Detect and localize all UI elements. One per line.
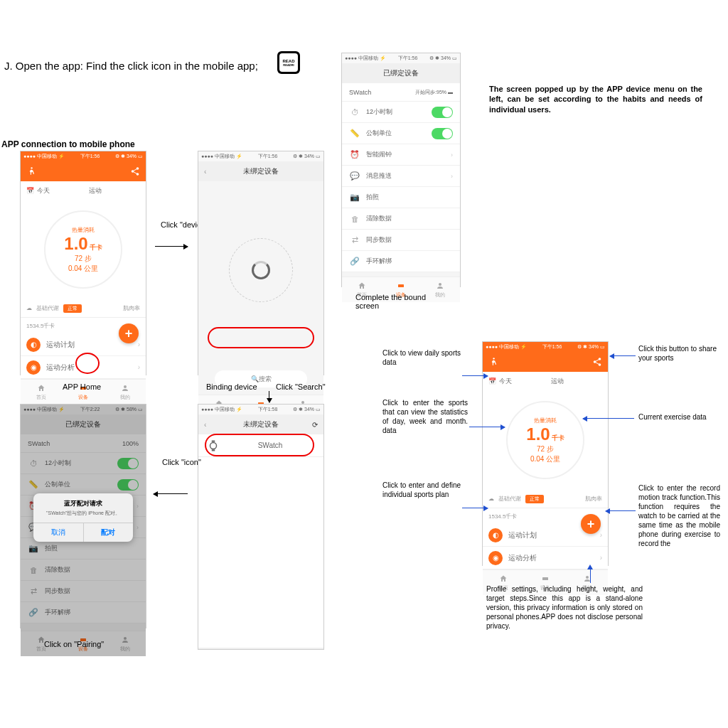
ann-profile: Profile settings, including height, weig…: [486, 584, 643, 631]
bound-header: 已绑定设备: [21, 414, 146, 434]
caption-bound: Complete the bound screen: [355, 293, 441, 310]
svg-point-2: [124, 385, 127, 388]
dial-area: 热量消耗 1.0千卡 72 步 0.04 公里: [483, 390, 608, 490]
ann-current: Current exercise data: [638, 412, 717, 422]
phone-bound: ●●●● 中国移动 ⚡下午1:56⚙ ✱ 34% ▭ 已绑定设备 SWatch开…: [341, 53, 461, 287]
svg-rect-13: [542, 577, 548, 580]
ann-stats: Click to enter the sports that can view …: [382, 398, 468, 435]
pair-button[interactable]: 配对: [84, 523, 134, 542]
cal-label: 热量消耗: [72, 226, 95, 234]
toggle-12h[interactable]: [117, 458, 139, 469]
search-ring: [229, 238, 293, 302]
row-unbind[interactable]: 🔗手环解绑: [342, 251, 460, 272]
svg-point-9: [124, 637, 127, 640]
analysis-row[interactable]: ◉ 运动分析›: [21, 356, 146, 379]
tab-home[interactable]: 首页: [21, 380, 63, 405]
plan-row[interactable]: ◐ 运动计划› +: [21, 333, 146, 356]
analysis-icon: ◉: [26, 360, 41, 375]
arrow-1: [155, 246, 188, 247]
sport-label: 运动: [512, 377, 602, 386]
status-bar: ●●●● 中国移动 ⚡下午1:58⚙ ✱ 34% ▭: [198, 405, 323, 414]
toggle-metric[interactable]: [117, 479, 139, 491]
toggle-12h[interactable]: [432, 107, 453, 118]
phone-app-home: ●●●● 中国移动 ⚡下午1:56⚙ ✱ 34% ▭ 📅 今天 运动 热量消耗 …: [20, 151, 146, 375]
row-push[interactable]: 💬消息推送›: [342, 166, 460, 187]
svg-rect-6: [212, 440, 215, 441]
phone-pairing: ●●●● 中国移动 ⚡下午2:22⚙ ✱ 58% ▭ 已绑定设备 SWatch1…: [20, 404, 146, 628]
sub-header: 📅 今天 运动: [21, 181, 146, 200]
swatch-row[interactable]: SWatch: [198, 434, 323, 457]
exercise-dial[interactable]: 热量消耗 1.0千卡 72 步 0.04 公里: [44, 210, 122, 289]
dial-area: 热量消耗 1.0千卡 72 步 0.04 公里: [21, 200, 146, 299]
blue-arrow-stats: [469, 427, 505, 427]
row-metric[interactable]: 📏公制单位: [21, 474, 146, 496]
row-alarm[interactable]: ⏰智能闹钟›: [342, 144, 460, 166]
row-12h[interactable]: ⏱12小时制: [342, 102, 460, 123]
runner-icon: [488, 357, 498, 367]
exercise-dial[interactable]: 热量消耗 1.0千卡 72 步 0.04 公里: [506, 401, 584, 479]
share-icon[interactable]: [592, 357, 602, 367]
svg-point-5: [210, 442, 217, 449]
read-app-icon: READREADRI: [277, 51, 300, 74]
row-unbind[interactable]: 🔗手环解绑: [21, 602, 146, 623]
caption-app-home: APP Home: [63, 382, 101, 391]
toggle-metric[interactable]: [432, 128, 453, 139]
bluetooth-pairing-popup: 蓝牙配对请求 "SWatch"想与您的 iPhone 配对。 取消 配对: [33, 493, 133, 542]
caption-pairing: Click on "Pairing": [44, 640, 104, 648]
orange-note: The screen popped up by the APP device m…: [489, 84, 702, 114]
bound-header: 已绑定设备: [342, 63, 460, 83]
blue-arrow-profile-head: [587, 564, 593, 569]
fab-add[interactable]: +: [581, 514, 601, 534]
row-clear[interactable]: 🗑清除数据: [342, 208, 460, 230]
svg-point-0: [31, 167, 32, 168]
swatch-sync-row: SWatch开始同步:95% ▬: [342, 83, 460, 102]
svg-point-12: [493, 358, 494, 359]
blue-arrow-record: [606, 510, 636, 511]
ann-daily: Click to view daily sports data: [382, 348, 461, 367]
tab-profile[interactable]: 我的: [104, 631, 146, 656]
sub-header: 📅 今天 运动: [483, 372, 608, 390]
ann-share: Click this button to share your sports: [638, 344, 717, 363]
watch-icon: [207, 439, 220, 452]
today-label[interactable]: 今天: [37, 186, 50, 196]
today-label[interactable]: 今天: [499, 377, 512, 386]
svg-point-14: [586, 576, 589, 579]
swatch-body: SWatch: [198, 434, 323, 648]
fab-add[interactable]: +: [119, 323, 139, 343]
phone-annotated: ●●●● 中国移动 ⚡下午1:56⚙ ✱ 34% ▭ 📅 今天 运动 热量消耗 …: [482, 341, 609, 566]
calendar-icon[interactable]: 📅: [488, 378, 496, 385]
calendar-icon[interactable]: 📅: [26, 187, 34, 194]
blue-arrow-profile-line: [590, 567, 591, 583]
share-icon[interactable]: [130, 166, 140, 176]
blue-arrow-plan: [462, 508, 488, 508]
app-header: [483, 352, 608, 372]
cancel-button[interactable]: 取消: [33, 523, 84, 542]
back-icon[interactable]: ‹: [204, 168, 206, 176]
svg-rect-7: [212, 449, 215, 451]
phone-binding: ●●●● 中国移动 ⚡下午1:56⚙ ✱ 34% ▭ ‹ 未绑定设备 🔍 搜索 …: [198, 151, 324, 375]
arrow-down-search: [269, 391, 269, 402]
popup-title: 蓝牙配对请求: [33, 493, 133, 510]
row-12h[interactable]: ⏱12小时制: [21, 453, 146, 474]
back-icon[interactable]: ‹: [204, 421, 206, 429]
plan-row[interactable]: ◐ 运动计划› +: [483, 524, 608, 547]
row-metric[interactable]: 📏公制单位: [342, 123, 460, 144]
cal-value: 1.0: [64, 234, 87, 254]
metab-row: ☁基础代谢正常肌肉率: [21, 299, 146, 318]
blue-arrow-daily: [462, 375, 488, 376]
bind-header: ‹ 未绑定设备 ⟳: [198, 414, 323, 434]
status-bar: ●●●● 中国移动 ⚡下午1:56⚙ ✱ 34% ▭: [21, 151, 146, 161]
row-sync[interactable]: ⇄同步数据: [342, 230, 460, 251]
status-bar: ●●●● 中国移动 ⚡下午2:22⚙ ✱ 58% ▭: [21, 405, 146, 414]
plan-icon: ◐: [488, 528, 503, 542]
svg-point-4: [301, 401, 304, 404]
app-header: [21, 161, 146, 181]
svg-rect-10: [398, 284, 404, 287]
phone-swatch-result: ●●●● 中国移动 ⚡下午1:58⚙ ✱ 34% ▭ ‹ 未绑定设备 ⟳ SWa…: [198, 404, 324, 650]
tab-profile[interactable]: 我的: [104, 380, 146, 405]
arrow-back: [154, 493, 188, 494]
popup-msg: "SWatch"想与您的 iPhone 配对。: [33, 510, 133, 523]
row-clear[interactable]: 🗑清除数据: [21, 560, 146, 581]
row-sync[interactable]: ⇄同步数据: [21, 581, 146, 602]
row-photo[interactable]: 📷拍照: [342, 187, 460, 208]
